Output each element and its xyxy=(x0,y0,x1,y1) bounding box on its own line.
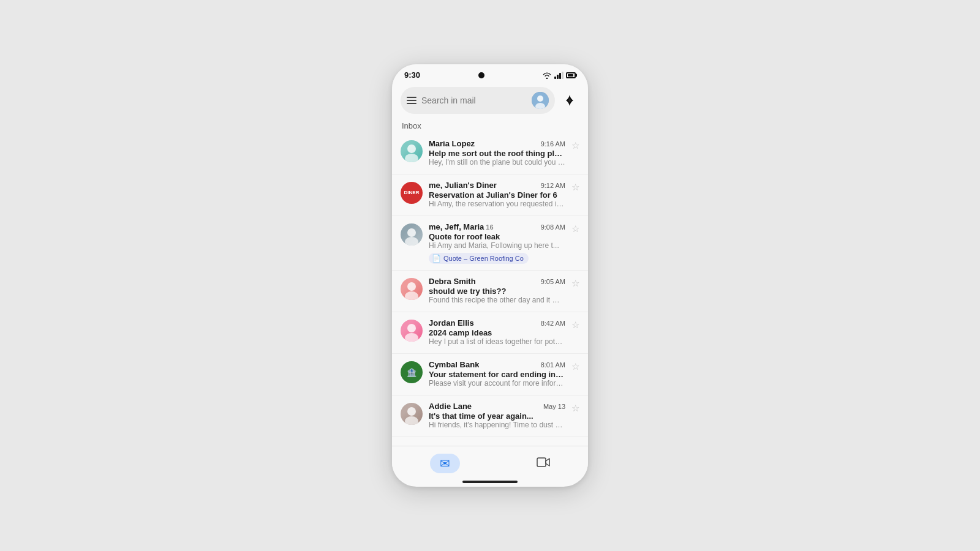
email-star-4[interactable]: ☆ xyxy=(571,278,579,289)
gemini-button[interactable] xyxy=(560,91,579,110)
camera-dot xyxy=(478,72,484,78)
email-time-5: 8:42 AM xyxy=(541,320,565,327)
email-item-7[interactable]: Addie LaneMay 13It's that time of year a… xyxy=(392,395,588,437)
phone-shell: 9:30 Search in mail xyxy=(392,64,588,487)
nav-mail[interactable]: ✉ xyxy=(415,451,475,476)
email-time-3: 9:08 AM xyxy=(541,223,565,231)
svg-point-8 xyxy=(405,291,418,300)
email-avatar-6: 🏦 xyxy=(401,361,423,383)
email-sender-3: me, Jeff, Maria16 xyxy=(429,222,494,231)
email-avatar-7 xyxy=(401,403,423,425)
email-item-4[interactable]: Debra Smith9:05 AMshould we try this??Fo… xyxy=(392,271,588,312)
status-time: 9:30 xyxy=(404,70,420,80)
email-item-2[interactable]: DINERme, Julian's Diner9:12 AMReservatio… xyxy=(392,174,588,216)
email-sender-2: me, Julian's Diner xyxy=(429,181,497,190)
email-preview-2: Hi Amy, the reservation you requested is… xyxy=(429,200,565,208)
email-time-2: 9:12 AM xyxy=(541,182,565,189)
email-subject-6: Your statement for card ending in 1988 i… xyxy=(429,370,565,379)
inbox-label: Inbox xyxy=(392,119,588,133)
svg-point-12 xyxy=(405,416,418,425)
search-input[interactable]: Search in mail xyxy=(421,96,527,105)
email-time-7: May 13 xyxy=(543,403,565,410)
email-time-1: 9:16 AM xyxy=(541,140,565,148)
email-star-5[interactable]: ☆ xyxy=(571,320,579,331)
email-star-3[interactable]: ☆ xyxy=(571,223,579,234)
email-item-3[interactable]: me, Jeff, Maria169:08 AMQuote for roof l… xyxy=(392,216,588,271)
wifi-icon xyxy=(542,72,552,79)
email-body-4: Debra Smith9:05 AMshould we try this??Fo… xyxy=(429,277,565,305)
email-avatar-4 xyxy=(401,278,423,300)
email-sender-1: Maria Lopez xyxy=(429,139,475,148)
email-preview-4: Found this recipe the other day and it m… xyxy=(429,296,565,304)
svg-point-4 xyxy=(405,154,418,162)
email-sender-7: Addie Lane xyxy=(429,402,472,411)
email-body-2: me, Julian's Diner9:12 AMReservation at … xyxy=(429,181,565,209)
email-preview-1: Hey, I'm still on the plane but could yo… xyxy=(429,158,565,167)
gemini-star-icon xyxy=(563,94,576,107)
email-avatar-3 xyxy=(401,223,423,246)
email-avatar-2: DINER xyxy=(401,182,423,204)
email-item-1[interactable]: Maria Lopez9:16 AMHelp me sort out the r… xyxy=(392,133,588,174)
signal-icon xyxy=(554,72,564,79)
attachment-chip-3: 📄Quote – Green Roofing Co xyxy=(429,253,529,264)
email-sender-6: Cymbal Bank xyxy=(429,360,479,369)
email-body-3: me, Jeff, Maria169:08 AMQuote for roof l… xyxy=(429,222,565,264)
svg-point-5 xyxy=(407,228,416,237)
email-body-7: Addie LaneMay 13It's that time of year a… xyxy=(429,402,565,430)
mail-icon: ✉ xyxy=(440,457,450,470)
email-subject-1: Help me sort out the roof thing please xyxy=(429,149,565,158)
email-star-1[interactable]: ☆ xyxy=(571,140,579,151)
search-bar-row: Search in mail xyxy=(392,83,588,119)
email-time-4: 9:05 AM xyxy=(541,278,565,285)
email-body-1: Maria Lopez9:16 AMHelp me sort out the r… xyxy=(429,139,565,168)
hamburger-menu[interactable] xyxy=(407,97,417,104)
email-preview-6: Please visit your account for more infor… xyxy=(429,379,565,388)
svg-point-11 xyxy=(407,407,416,416)
email-body-6: Cymbal Bank8:01 AMYour statement for car… xyxy=(429,360,565,389)
email-subject-3: Quote for roof leak xyxy=(429,232,565,241)
user-avatar[interactable] xyxy=(532,92,549,109)
email-list: Maria Lopez9:16 AMHelp me sort out the r… xyxy=(392,133,588,446)
email-subject-7: It's that time of year again... xyxy=(429,411,565,421)
email-preview-7: Hi friends, it's happening! Time to dust… xyxy=(429,421,565,429)
meet-icon xyxy=(537,457,550,471)
email-star-6[interactable]: ☆ xyxy=(571,361,579,372)
svg-point-7 xyxy=(407,282,416,291)
email-item-5[interactable]: Jordan Ellis8:42 AM2024 camp ideasHey I … xyxy=(392,312,588,354)
email-sender-5: Jordan Ellis xyxy=(429,318,474,328)
email-preview-3: Hi Amy and Maria, Following up here t... xyxy=(429,241,565,250)
email-item-6[interactable]: 🏦Cymbal Bank8:01 AMYour statement for ca… xyxy=(392,354,588,395)
email-count-3: 16 xyxy=(486,223,493,231)
email-subject-4: should we try this?? xyxy=(429,287,565,296)
email-avatar-5 xyxy=(401,320,423,342)
email-subject-5: 2024 camp ideas xyxy=(429,328,565,337)
nav-meet[interactable] xyxy=(522,454,565,473)
email-preview-5: Hey I put a list of ideas together for p… xyxy=(429,337,565,346)
status-bar: 9:30 xyxy=(392,64,588,83)
svg-point-9 xyxy=(407,324,416,332)
status-icons xyxy=(542,72,576,79)
svg-rect-13 xyxy=(537,458,546,467)
email-star-7[interactable]: ☆ xyxy=(571,403,579,414)
email-subject-2: Reservation at Julian's Diner for 6 xyxy=(429,190,565,200)
battery-icon xyxy=(566,72,576,78)
svg-point-10 xyxy=(405,333,418,342)
email-time-6: 8:01 AM xyxy=(541,361,565,369)
bottom-nav: ✉ xyxy=(392,446,588,478)
email-body-5: Jordan Ellis8:42 AM2024 camp ideasHey I … xyxy=(429,318,565,347)
email-sender-4: Debra Smith xyxy=(429,277,476,286)
home-indicator xyxy=(462,481,518,483)
svg-point-1 xyxy=(537,96,543,102)
email-star-2[interactable]: ☆ xyxy=(571,182,579,193)
email-avatar-1 xyxy=(401,140,423,162)
svg-point-3 xyxy=(407,144,416,153)
svg-point-6 xyxy=(405,237,418,246)
search-bar[interactable]: Search in mail xyxy=(401,87,555,114)
